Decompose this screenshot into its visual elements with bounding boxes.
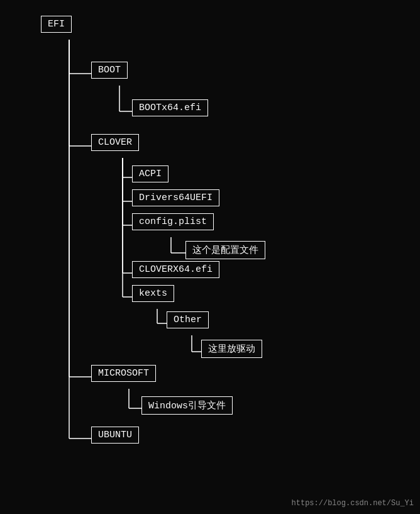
node-microsoft: MICROSOFT: [91, 365, 156, 382]
watermark: https://blog.csdn.net/Su_Yi: [292, 499, 414, 508]
node-other-note: 这里放驱动: [201, 340, 262, 358]
node-other: Other: [167, 311, 209, 328]
node-winboot: Windows引导文件: [141, 396, 233, 415]
node-config-note: 这个是配置文件: [185, 241, 265, 259]
node-boot: BOOT: [91, 62, 128, 79]
node-bootx64: BOOTx64.efi: [132, 99, 208, 116]
node-clover: CLOVER: [91, 134, 139, 151]
node-cloverx64: CLOVERX64.efi: [132, 261, 219, 278]
node-drivers: Drivers64UEFI: [132, 189, 219, 206]
node-kexts: kexts: [132, 285, 174, 302]
node-efi: EFI: [41, 16, 72, 33]
node-ubuntu: UBUNTU: [91, 427, 139, 444]
node-config: config.plist: [132, 213, 214, 230]
node-acpi: ACPI: [132, 165, 169, 182]
diagram: EFI BOOT BOOTx64.efi CLOVER ACPI Drivers…: [0, 0, 420, 497]
